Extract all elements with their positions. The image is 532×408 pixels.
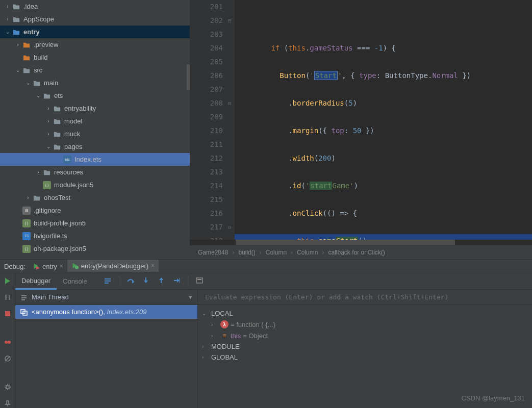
tree-item[interactable]: ›.preview [0,38,190,51]
var-scope[interactable]: ›GLOBAL [198,352,532,363]
svg-rect-15 [105,283,109,284]
tree-item[interactable]: ⌄ets [0,89,190,102]
tree-item[interactable]: ⌄src [0,64,190,76]
chevron-down-icon: ▾ [189,293,192,301]
breadcrumb-item[interactable]: Column [264,249,289,256]
object-icon: ≡ [220,332,229,340]
svg-point-8 [5,341,8,344]
run-config-icon [33,263,40,270]
svg-marker-18 [144,280,148,283]
settings-button[interactable] [3,382,12,392]
mute-breakpoints-button[interactable] [3,354,12,363]
lambda-icon: λ [220,320,229,328]
run-config-icon [71,262,79,269]
breadcrumb-item[interactable]: build() [236,249,257,256]
thread-icon [20,294,28,301]
tree-item[interactable]: ⌄pages [0,140,190,153]
console-tab[interactable]: Console [57,273,93,290]
tree-item[interactable]: ⌄main [0,76,190,89]
svg-marker-4 [5,278,10,284]
code-editor[interactable]: 201 202⊟ 203 204 205 206 207 208⊟ 209 21… [190,0,532,259]
svg-marker-20 [159,277,163,280]
var-scope[interactable]: ›MODULE [198,341,532,352]
step-into-icon[interactable] [142,276,150,286]
close-icon[interactable]: × [151,262,155,269]
svg-rect-25 [197,279,201,280]
debug-panel: Debug: entry × entry(PandaDebugger) × De… [0,259,532,408]
tree-item[interactable]: ›ohosTest [0,191,190,204]
tree-item[interactable]: build [0,51,190,64]
thread-selector[interactable]: Main Thread ▾ [15,290,197,305]
debugger-tab[interactable]: Debugger [15,273,57,290]
debug-tabs: Debug: entry × entry(PandaDebugger) × [0,260,532,273]
svg-marker-1 [36,266,40,270]
tree-item[interactable]: { }build-profile.json5 [0,217,190,230]
svg-rect-5 [5,295,7,300]
svg-rect-6 [9,295,10,300]
show-execution-point-icon[interactable] [104,276,112,286]
breadcrumb-item[interactable]: Game2048 [196,249,230,256]
breadcrumb-item[interactable]: callback for onClick() [326,249,387,256]
tree-item[interactable]: ›model [0,115,190,128]
project-file-tree[interactable]: ›.idea›AppScope⌄entry›.previewbuild⌄src⌄… [0,0,190,259]
frame-icon [20,309,28,316]
run-to-cursor-icon[interactable] [172,276,181,286]
tree-item[interactable]: ›.idea [0,0,190,13]
evaluate-expression-input[interactable]: Evaluate expression (Enter) or add a wat… [198,290,532,305]
view-breakpoints-button[interactable] [3,338,12,347]
tree-item[interactable]: ›entryability [0,102,190,115]
svg-point-9 [8,341,11,344]
variables-panel: Evaluate expression (Enter) or add a wat… [198,290,532,408]
var-scope[interactable]: ⌄LOCAL [198,308,532,319]
breadcrumb[interactable]: Game2048› build()› Column› Column› callb… [190,245,532,259]
tree-item[interactable]: { }module.json5 [0,178,190,191]
svg-point-12 [6,386,9,389]
tree-item[interactable]: TShvigorfile.ts [0,230,190,242]
svg-rect-14 [105,280,111,282]
step-over-icon[interactable] [126,276,135,286]
pause-button[interactable] [3,293,12,302]
code-content[interactable]: if (this.gameStatus === -1) { Button('St… [235,0,532,245]
debug-label: Debug: [1,263,29,270]
editor-gutter[interactable]: 201 202⊟ 203 204 205 206 207 208⊟ 209 21… [190,0,235,245]
tree-item[interactable]: ›AppScope [0,13,190,26]
frames-panel: Main Thread ▾ <anonymous function>(), In… [15,290,198,408]
breadcrumb-item[interactable]: Column [295,249,320,256]
evaluate-expression-icon[interactable] [195,276,204,286]
svg-rect-7 [5,311,10,316]
tree-item[interactable]: ›muck [0,128,190,140]
svg-marker-22 [177,278,180,283]
tree-item[interactable]: { }oh-package.json5 [0,242,190,255]
watermark: CSDN @laymen_131 [462,394,525,402]
stack-frame[interactable]: <anonymous function>(), Index.ets:209 [15,305,197,319]
svg-rect-28 [21,299,25,300]
svg-point-3 [75,266,79,269]
horizontal-scrollbar[interactable] [190,240,532,245]
step-out-icon[interactable] [157,276,165,286]
tree-item[interactable]: etsIndex.ets [0,153,190,166]
debug-side-toolbar [0,273,15,408]
stop-button[interactable] [3,309,12,318]
pin-button[interactable] [3,399,12,408]
debug-session-tab[interactable]: entry(PandaDebugger) × [67,260,159,273]
svg-rect-27 [21,297,27,298]
tree-item[interactable]: ›resources [0,166,190,178]
var-item[interactable]: ›≡ this = Object [198,330,532,341]
svg-rect-26 [21,295,27,296]
tree-item[interactable]: ▤.gitignore [0,204,190,217]
svg-rect-13 [105,278,111,279]
debug-session-tab[interactable]: entry × [29,260,67,273]
svg-rect-24 [196,278,202,283]
resume-button[interactable] [3,276,12,286]
tree-item[interactable]: ⌄entry [0,26,190,38]
var-item[interactable]: ›λ = function ( {...} [198,319,532,330]
close-icon[interactable]: × [60,263,63,270]
